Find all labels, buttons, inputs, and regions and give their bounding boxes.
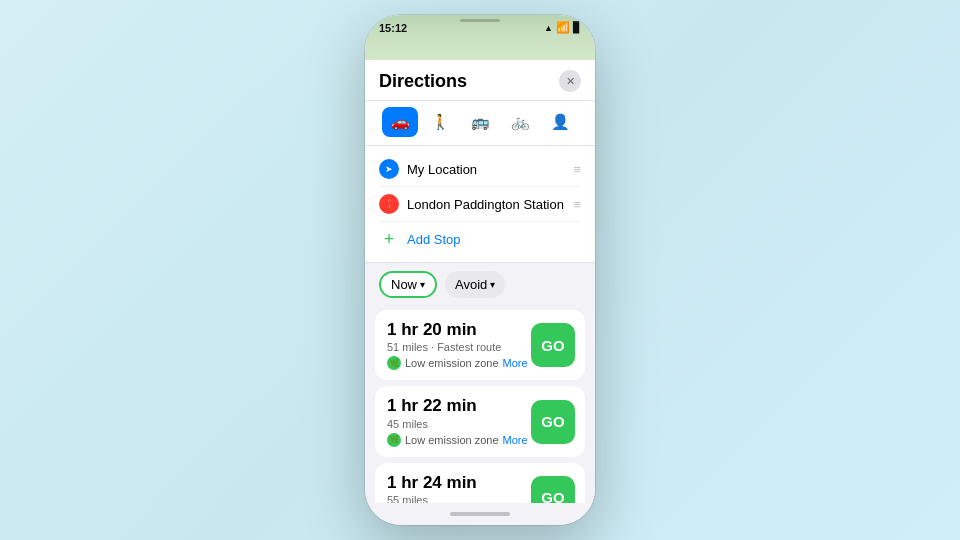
more-link-1[interactable]: More <box>503 434 528 446</box>
more-link-0[interactable]: More <box>503 357 528 369</box>
location-inputs: ➤ My Location ≡ 📍 London Paddington Stat… <box>365 146 595 263</box>
signal-icon: ▲ <box>544 23 553 33</box>
go-button-1[interactable]: GO <box>531 400 575 444</box>
route-badge-1: 🌿 Low emission zone More <box>387 433 531 447</box>
add-stop-icon: + <box>379 229 399 249</box>
status-time: 15:12 <box>379 22 407 34</box>
wifi-icon: 📶 <box>556 21 570 34</box>
routes-list: 1 hr 20 min 51 miles · Fastest route 🌿 L… <box>365 306 595 503</box>
avoid-chevron-icon: ▾ <box>490 279 495 290</box>
add-stop-row[interactable]: + Add Stop <box>379 222 581 256</box>
add-stop-text: Add Stop <box>407 232 581 247</box>
go-button-2[interactable]: GO <box>531 476 575 503</box>
status-bar: 15:12 ▲ 📶 ▊ <box>365 21 595 34</box>
route-detail-0: 51 miles · Fastest route <box>387 341 531 353</box>
route-card-2: 1 hr 24 min 55 miles 🌿 Low emission zone… <box>375 463 585 503</box>
tab-transit[interactable]: 🚌 <box>462 107 498 137</box>
filter-row: Now ▾ Avoid ▾ <box>365 263 595 306</box>
transport-tabs: 🚗 🚶 🚌 🚲 👤 <box>365 101 595 146</box>
panel-title: Directions <box>379 71 467 92</box>
go-button-0[interactable]: GO <box>531 323 575 367</box>
car-icon: 🚗 <box>391 113 410 131</box>
route-card-0: 1 hr 20 min 51 miles · Fastest route 🌿 L… <box>375 310 585 380</box>
emission-text-0: Low emission zone <box>405 357 499 369</box>
battery-icon: ▊ <box>573 22 581 33</box>
route-info-0: 1 hr 20 min 51 miles · Fastest route 🌿 L… <box>387 320 531 370</box>
transit-icon: 🚌 <box>471 113 490 131</box>
from-drag-handle: ≡ <box>573 162 581 177</box>
route-time-2: 1 hr 24 min <box>387 473 531 493</box>
route-detail-1: 45 miles <box>387 418 531 430</box>
tab-cycle[interactable]: 🚲 <box>502 107 538 137</box>
phone-frame: 15:12 ▲ 📶 ▊ Directions ✕ 🚗 🚶 <box>365 15 595 525</box>
tab-person[interactable]: 👤 <box>542 107 578 137</box>
time-filter-button[interactable]: Now ▾ <box>379 271 437 298</box>
close-icon: ✕ <box>566 75 575 88</box>
emission-icon-0: 🌿 <box>387 356 401 370</box>
directions-panel: Directions ✕ 🚗 🚶 🚌 🚲 👤 <box>365 60 595 503</box>
close-button[interactable]: ✕ <box>559 70 581 92</box>
emission-icon-1: 🌿 <box>387 433 401 447</box>
panel-header: Directions ✕ <box>365 60 595 101</box>
tab-car[interactable]: 🚗 <box>382 107 418 137</box>
route-detail-2: 55 miles <box>387 494 531 503</box>
to-drag-handle: ≡ <box>573 197 581 212</box>
avoid-filter-label: Avoid <box>455 277 487 292</box>
from-location-row[interactable]: ➤ My Location ≡ <box>379 152 581 187</box>
avoid-filter-button[interactable]: Avoid ▾ <box>445 271 505 298</box>
route-badge-0: 🌿 Low emission zone More <box>387 356 531 370</box>
route-time-0: 1 hr 20 min <box>387 320 531 340</box>
from-location-text: My Location <box>407 162 573 177</box>
to-icon: 📍 <box>379 194 399 214</box>
route-info-1: 1 hr 22 min 45 miles 🌿 Low emission zone… <box>387 396 531 446</box>
home-indicator <box>365 503 595 525</box>
tab-walk[interactable]: 🚶 <box>422 107 458 137</box>
route-info-2: 1 hr 24 min 55 miles 🌿 Low emission zone… <box>387 473 531 503</box>
to-location-row[interactable]: 📍 London Paddington Station ≡ <box>379 187 581 222</box>
home-bar <box>450 512 510 516</box>
map-header: 15:12 ▲ 📶 ▊ <box>365 15 595 60</box>
route-card-1: 1 hr 22 min 45 miles 🌿 Low emission zone… <box>375 386 585 456</box>
person-icon: 👤 <box>551 113 570 131</box>
route-time-1: 1 hr 22 min <box>387 396 531 416</box>
map-drag-indicator <box>460 19 500 22</box>
cycle-icon: 🚲 <box>511 113 530 131</box>
walk-icon: 🚶 <box>431 113 450 131</box>
emission-text-1: Low emission zone <box>405 434 499 446</box>
to-location-text: London Paddington Station <box>407 197 573 212</box>
time-chevron-icon: ▾ <box>420 279 425 290</box>
status-icons: ▲ 📶 ▊ <box>544 21 581 34</box>
from-icon: ➤ <box>379 159 399 179</box>
time-filter-label: Now <box>391 277 417 292</box>
